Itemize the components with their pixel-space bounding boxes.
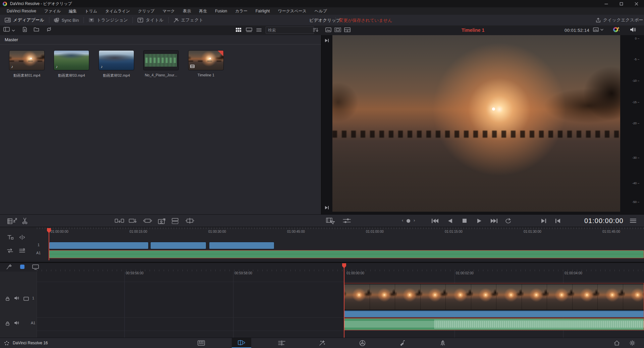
playhead-timecode[interactable]: 01:00:00:00	[584, 217, 624, 225]
enhance-icon[interactable]	[613, 27, 620, 32]
tools-icon[interactable]	[343, 218, 351, 225]
list-view-icon[interactable]	[256, 27, 262, 33]
search-input[interactable]	[266, 26, 314, 34]
viewer-clip-timecode[interactable]: 00:01:52:14	[565, 28, 589, 33]
lock-icon[interactable]	[5, 321, 10, 327]
video-enable-icon[interactable]	[23, 296, 29, 302]
relink-clips-icon[interactable]	[46, 27, 52, 33]
page-fusion[interactable]	[312, 338, 332, 348]
play-button[interactable]	[477, 218, 482, 225]
jog-left-icon[interactable]: ‹	[402, 218, 403, 223]
detail-audio-clip[interactable]	[344, 318, 644, 330]
overview-video-clip-1[interactable]	[49, 242, 149, 249]
media-clip-card-4[interactable]: No_4_Piano_Jour...	[143, 50, 179, 77]
new-bin-icon[interactable]	[34, 27, 39, 33]
titles-button[interactable]: タイトル	[133, 15, 168, 25]
overview-playhead[interactable]	[49, 228, 49, 260]
jog-right-icon[interactable]: ›	[414, 218, 415, 223]
viewer-marker-icon-bottom[interactable]	[324, 205, 329, 211]
effects-button[interactable]: エフェクト	[169, 15, 208, 25]
menu-davinci-resolve[interactable]: DaVinci Resolve	[3, 7, 40, 15]
page-cut[interactable]	[232, 338, 251, 348]
timeline-tool-icon-3[interactable]	[7, 248, 13, 255]
settings-gear-icon[interactable]	[629, 340, 635, 347]
media-clip-card-2[interactable]: ♪ 動画素材03.mp4	[54, 50, 89, 78]
source-clip-view-icon[interactable]	[325, 27, 331, 33]
page-fairlight[interactable]	[393, 338, 412, 348]
page-color[interactable]	[353, 338, 372, 348]
trim-editor-icon[interactable]	[326, 217, 335, 226]
bin-header[interactable]: Master	[0, 35, 321, 45]
page-deliver[interactable]	[433, 338, 452, 348]
timeline-tool-icon-4[interactable]	[19, 248, 25, 255]
media-clip-card-1[interactable]: ♪ 動画素材01.mp4	[9, 50, 45, 78]
ripple-overwrite-icon[interactable]	[143, 218, 152, 226]
media-pool-toggle-button[interactable]: メディアプール	[0, 15, 49, 25]
viewer-zoom-dropdown[interactable]	[593, 27, 603, 32]
bin-panel-toggle-icon[interactable]	[3, 27, 10, 33]
media-clip-card-5[interactable]: Timeline 1	[188, 50, 224, 77]
detail-playhead[interactable]	[344, 263, 344, 338]
loop-icon[interactable]	[504, 218, 512, 225]
append-icon[interactable]	[129, 218, 138, 226]
viewer-marker-icon-top[interactable]	[324, 38, 329, 44]
timeline-view-icon[interactable]	[344, 27, 351, 33]
source-tape-view-icon[interactable]	[334, 27, 341, 33]
boring-detector-icon[interactable]	[7, 218, 17, 226]
source-overwrite-icon[interactable]	[185, 218, 195, 226]
mute-speaker-icon[interactable]	[14, 321, 19, 327]
media-clip-card-3[interactable]: ♪ 動画素材02.mp4	[99, 50, 134, 78]
place-on-top-icon[interactable]	[171, 218, 179, 226]
jump-to-previous-edit-icon[interactable]	[555, 218, 561, 225]
grid-view-icon[interactable]	[235, 27, 241, 33]
menu-timeline[interactable]: タイムライン	[101, 7, 134, 15]
snap-indicator-icon[interactable]	[20, 265, 24, 269]
curve-tool-icon[interactable]	[6, 264, 12, 271]
smart-insert-icon[interactable]	[115, 218, 124, 226]
page-media[interactable]	[192, 338, 211, 348]
mute-speaker-icon[interactable]	[14, 296, 19, 302]
maximize-button[interactable]	[614, 0, 629, 7]
home-icon[interactable]	[614, 340, 620, 347]
close-button[interactable]	[629, 0, 644, 7]
jog-dial[interactable]	[407, 219, 410, 223]
menu-view[interactable]: 表示	[179, 7, 195, 15]
hamburger-menu-icon[interactable]	[630, 218, 636, 224]
menu-fusion[interactable]: Fusion	[211, 7, 231, 15]
minimize-button[interactable]	[599, 0, 614, 7]
menu-edit[interactable]: 編集	[65, 7, 81, 15]
menu-file[interactable]: ファイル	[40, 7, 65, 15]
menu-playback[interactable]: 再生	[195, 7, 211, 15]
chevron-down-icon[interactable]	[12, 27, 15, 33]
overview-video-clip-3[interactable]	[209, 242, 274, 249]
timeline-overview[interactable]: 01:00:00:00 01:00:15:00 01:00:30:00 01:0…	[0, 227, 644, 260]
menu-clip[interactable]: クリップ	[134, 7, 158, 15]
strip-view-icon[interactable]	[246, 27, 252, 33]
timeline-detail[interactable]: 00:59:56:00 00:59:58:00 01:00:00:00 01:0…	[0, 262, 644, 338]
close-up-icon[interactable]	[158, 217, 166, 226]
menu-color[interactable]: カラー	[231, 7, 252, 15]
overview-audio-clip[interactable]	[49, 250, 644, 258]
quick-export-button[interactable]: クイックエクスポート	[591, 15, 644, 25]
timeline-tool-icon-1[interactable]	[7, 234, 13, 241]
import-media-icon[interactable]	[22, 27, 28, 33]
go-to-end-button[interactable]	[490, 218, 498, 225]
sort-icon[interactable]	[313, 27, 319, 34]
sync-bin-button[interactable]: Sync Bin	[49, 15, 84, 25]
page-edit[interactable]	[272, 338, 291, 348]
menu-mark[interactable]: マーク	[159, 7, 179, 15]
overview-ruler[interactable]	[37, 227, 644, 229]
play-reverse-button[interactable]	[447, 218, 452, 225]
menu-trim[interactable]: トリム	[81, 7, 101, 15]
audio-meter-speaker-icon[interactable]	[630, 27, 636, 34]
split-clip-scissors-icon[interactable]	[21, 217, 29, 226]
jump-to-next-edit-icon[interactable]	[541, 218, 547, 225]
menu-help[interactable]: ヘルプ	[311, 7, 331, 15]
transitions-button[interactable]: トランジション	[84, 15, 132, 25]
viewer-timeline-name[interactable]: Timeline 1	[462, 27, 484, 33]
viewer-video-frame[interactable]	[332, 35, 620, 212]
menu-fairlight[interactable]: Fairlight	[252, 7, 274, 15]
overview-video-clip-2[interactable]	[150, 242, 206, 249]
timeline-tool-icon-2[interactable]	[19, 234, 25, 241]
menu-workspace[interactable]: ワークスペース	[274, 7, 310, 15]
